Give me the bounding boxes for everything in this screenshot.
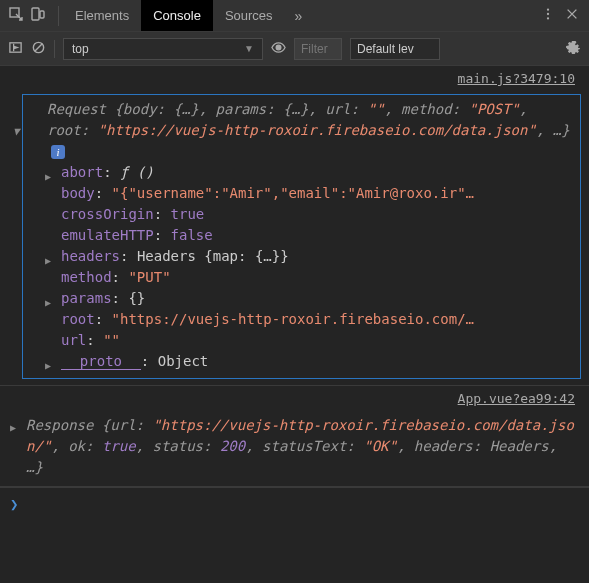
prop-proto[interactable]: ▶__proto__: Object xyxy=(29,351,572,372)
log-entry: App.vue?ea99:42 ▶ Response {url: "https:… xyxy=(0,386,589,487)
expand-arrow-icon[interactable]: ▶ xyxy=(10,417,16,438)
svg-rect-1 xyxy=(32,8,39,20)
clear-console-icon[interactable] xyxy=(31,40,46,58)
prop-headers[interactable]: ▶headers: Headers {map: {…}} xyxy=(29,246,572,267)
expanded-object: ▼ Request {body: {…}, params: {…}, url: … xyxy=(22,94,581,379)
sidebar-toggle-icon[interactable] xyxy=(8,40,23,58)
console-prompt[interactable]: ❯ xyxy=(0,487,589,521)
eye-icon[interactable] xyxy=(271,40,286,58)
svg-point-3 xyxy=(547,8,549,10)
device-toggle-icon[interactable] xyxy=(30,6,46,25)
svg-rect-2 xyxy=(40,11,44,18)
prop-emulatehttp[interactable]: emulateHTTP: false xyxy=(29,225,572,246)
collapse-arrow-icon[interactable]: ▼ xyxy=(13,121,20,142)
more-tabs[interactable]: » xyxy=(285,8,313,24)
context-selector[interactable]: top ▼ xyxy=(63,38,263,60)
prop-method[interactable]: method: "PUT" xyxy=(29,267,572,288)
source-link[interactable]: main.js?3479:10 xyxy=(0,66,589,91)
inspect-icon[interactable] xyxy=(8,6,24,25)
tab-console[interactable]: Console xyxy=(141,0,213,31)
prop-body[interactable]: body: "{"username":"Amir","email":"Amir@… xyxy=(29,183,572,204)
svg-point-4 xyxy=(547,13,549,15)
prop-root[interactable]: root: "https://vuejs-http-roxoir.firebas… xyxy=(29,309,572,330)
object-summary[interactable]: ▶ Response {url: "https://vuejs-http-rox… xyxy=(0,411,589,486)
chevron-down-icon: ▼ xyxy=(244,43,254,54)
filter-input[interactable] xyxy=(294,38,342,60)
log-entry: main.js?3479:10 ▼ Request {body: {…}, pa… xyxy=(0,66,589,386)
tab-sources[interactable]: Sources xyxy=(213,0,285,31)
prop-url[interactable]: url: "" xyxy=(29,330,572,351)
log-level-selector[interactable]: Default lev xyxy=(350,38,440,60)
svg-point-8 xyxy=(276,45,281,50)
close-icon[interactable] xyxy=(565,7,579,24)
tab-elements[interactable]: Elements xyxy=(63,0,141,31)
gear-icon[interactable] xyxy=(566,40,581,58)
object-summary[interactable]: ▼ Request {body: {…}, params: {…}, url: … xyxy=(29,99,572,162)
expand-arrow-icon[interactable]: ▶ xyxy=(45,355,51,376)
prop-crossorigin[interactable]: crossOrigin: true xyxy=(29,204,572,225)
prop-params[interactable]: ▶params: {} xyxy=(29,288,572,309)
tab-bar: Elements Console Sources xyxy=(63,0,285,31)
console-toolbar: top ▼ Default lev xyxy=(0,32,589,66)
devtools-topbar: Elements Console Sources » xyxy=(0,0,589,32)
svg-point-5 xyxy=(547,17,549,19)
info-badge-icon[interactable]: i xyxy=(51,145,65,159)
prop-abort[interactable]: ▶abort: ƒ () xyxy=(29,162,572,183)
context-label: top xyxy=(72,42,89,56)
source-link[interactable]: App.vue?ea99:42 xyxy=(0,386,589,411)
kebab-menu-icon[interactable] xyxy=(541,7,555,24)
console-output: main.js?3479:10 ▼ Request {body: {…}, pa… xyxy=(0,66,589,583)
